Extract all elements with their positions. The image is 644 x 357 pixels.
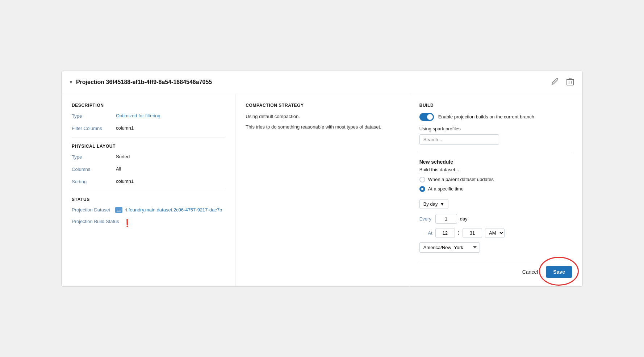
description-type-value[interactable]: Optimized for filtering [116,113,160,118]
build-toggle-row: Enable projection builds on the current … [419,113,572,121]
divider-2 [72,191,225,191]
new-schedule-title: New schedule [419,159,572,165]
radio-specific-row[interactable]: At a specific time [419,186,572,192]
projection-dataset-row: Projection Dataset ri.foundry.main.datas… [72,207,225,213]
compaction-line2: This tries to do something reasonable wi… [246,123,398,131]
build-toggle[interactable] [419,113,434,121]
description-type-row: Type Optimized for filtering [72,113,225,119]
description-title: DESCRIPTION [72,103,225,108]
delete-button[interactable] [565,76,575,89]
layout-sorting-label: Sorting [72,178,112,184]
build-title: BUILD [419,103,572,108]
layout-sorting-value: column1 [116,178,134,184]
toggle-label: Enable projection builds on the current … [438,114,534,119]
toggle-thumb [427,114,433,120]
save-button[interactable]: Save [546,266,572,278]
radio-parent-label: When a parent dataset updates [428,177,494,182]
hours-input[interactable] [435,228,455,238]
layout-type-value: Sorted [116,154,130,159]
compaction-line1: Using default compaction. [246,113,398,120]
projection-title: Projection 36f45188-ef1b-4ff9-8a54-16845… [76,79,212,85]
minutes-input[interactable] [463,228,482,238]
time-colon: : [458,230,460,236]
radio-specific-label: At a specific time [428,186,464,192]
compaction-title: COMPACTION STRATEGY [246,103,398,108]
by-day-label: By day [423,201,438,207]
layout-type-label: Type [72,154,112,160]
actions-row: Cancel Save [419,266,572,278]
spark-profiles-search[interactable] [419,134,499,145]
edit-button[interactable] [550,76,560,88]
projection-dataset-label: Projection Dataset [72,207,112,213]
chevron-icon: ▼ [69,80,73,85]
card-header: ▼ Projection 36f45188-ef1b-4ff9-8a54-168… [62,71,582,94]
ampm-select[interactable]: AM PM [485,228,505,238]
build-divider [419,153,572,153]
physical-layout-title: PHYSICAL LAYOUT [72,144,225,149]
every-unit: day [460,216,468,222]
every-input[interactable] [435,214,457,224]
projection-dataset-link[interactable]: ri.foundry.main.dataset.2c06-4757-9217-d… [125,207,222,213]
radio-parent-row[interactable]: When a parent dataset updates [419,177,572,182]
projection-build-status-row: Projection Build Status ❗ [72,219,225,227]
cancel-button[interactable]: Cancel [519,267,542,277]
dataset-icon [115,207,122,213]
card-body: DESCRIPTION Type Optimized for filtering… [62,94,582,286]
projection-build-status-label: Projection Build Status [72,219,119,224]
by-day-dropdown[interactable]: By day ▼ [419,199,449,209]
every-label: Every [419,216,432,222]
at-label: At [419,230,432,236]
error-icon: ❗ [123,219,132,227]
description-filter-row: Filter Columns column1 [72,125,225,131]
timezone-select[interactable]: America/New_York America/Chicago America… [419,242,480,253]
build-section: BUILD Enable projection builds on the cu… [409,94,582,286]
layout-type-row: Type Sorted [72,154,225,160]
spark-profiles-label: Using spark profiles [419,126,572,131]
card-header-right [550,76,575,89]
status-title: STATUS [72,197,225,202]
projection-card: ▼ Projection 36f45188-ef1b-4ff9-8a54-168… [61,71,583,287]
layout-columns-row: Columns All [72,166,225,172]
layout-columns-value: All [116,166,121,172]
layout-columns-label: Columns [72,166,112,172]
card-header-left: ▼ Projection 36f45188-ef1b-4ff9-8a54-168… [69,79,212,85]
every-row: Every day [419,214,572,224]
build-dataset-label: Build this dataset... [419,167,572,172]
left-section: DESCRIPTION Type Optimized for filtering… [62,94,235,286]
radio-specific[interactable] [419,186,425,192]
filter-columns-label: Filter Columns [72,125,112,131]
by-day-chevron: ▼ [440,201,444,207]
divider-1 [72,138,225,138]
radio-parent[interactable] [419,177,425,182]
at-row: At : AM PM [419,228,572,238]
filter-columns-value: column1 [116,125,134,131]
projection-dataset-value-group: ri.foundry.main.dataset.2c06-4757-9217-d… [115,207,222,213]
layout-sorting-row: Sorting column1 [72,178,225,184]
description-type-label: Type [72,113,112,119]
footer-divider [419,261,572,261]
svg-rect-0 [567,79,573,85]
compaction-section: COMPACTION STRATEGY Using default compac… [235,94,409,286]
